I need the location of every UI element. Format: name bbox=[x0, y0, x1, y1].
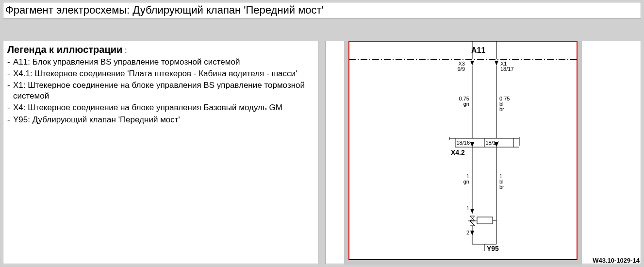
diagram-panel: A11 X3 9/9 X1 18/17 0.75 gn 0.75 bl br 1… bbox=[325, 41, 641, 264]
label-pin1: 1 bbox=[466, 205, 469, 211]
wire-left-top-color: gn bbox=[463, 101, 469, 107]
drawing-number: W43.10-1029-14 bbox=[593, 257, 640, 264]
wire-right-top-c2: br bbox=[499, 106, 504, 112]
legend-item: - A11: Блок управления BS управление тор… bbox=[7, 57, 313, 67]
label-a11: A11 bbox=[471, 46, 485, 54]
label-x1-pins: 18/17 bbox=[500, 66, 514, 72]
wire-right-bot-c2: br bbox=[499, 184, 504, 190]
label-x4-2: X4.2 bbox=[451, 149, 465, 156]
legend-item: - X4: Штекерное соединение на блоке упра… bbox=[7, 102, 313, 113]
conn-left-pins: 18/16 bbox=[456, 140, 470, 146]
page-title: Фрагмент электросхемы: Дублирующий клапа… bbox=[3, 2, 641, 18]
label-x3-pins: 9/9 bbox=[458, 66, 465, 72]
wiring-diagram: A11 X3 9/9 X1 18/17 0.75 gn 0.75 bl br 1… bbox=[326, 41, 642, 265]
label-pin2: 2 bbox=[466, 230, 469, 235]
wire-left-bot-color: gn bbox=[463, 179, 469, 184]
page-title-text: Фрагмент электросхемы: Дублирующий клапа… bbox=[5, 4, 324, 17]
legend-panel: Легенда к иллюстрации : - A11: Блок упра… bbox=[3, 41, 318, 264]
legend-colon: : bbox=[122, 46, 127, 55]
label-y95: Y95 bbox=[487, 245, 499, 252]
legend-item: - Y95: Дублирующий клапан 'Передний мост… bbox=[7, 115, 313, 125]
legend-heading-row: Легенда к иллюстрации : bbox=[7, 43, 313, 56]
legend-item: - X1: Штекерное соединение на блоке упра… bbox=[7, 80, 313, 101]
legend-heading: Легенда к иллюстрации bbox=[7, 44, 122, 55]
legend-item: - X4.1: Штекерное соединение 'Плата штек… bbox=[7, 68, 313, 79]
